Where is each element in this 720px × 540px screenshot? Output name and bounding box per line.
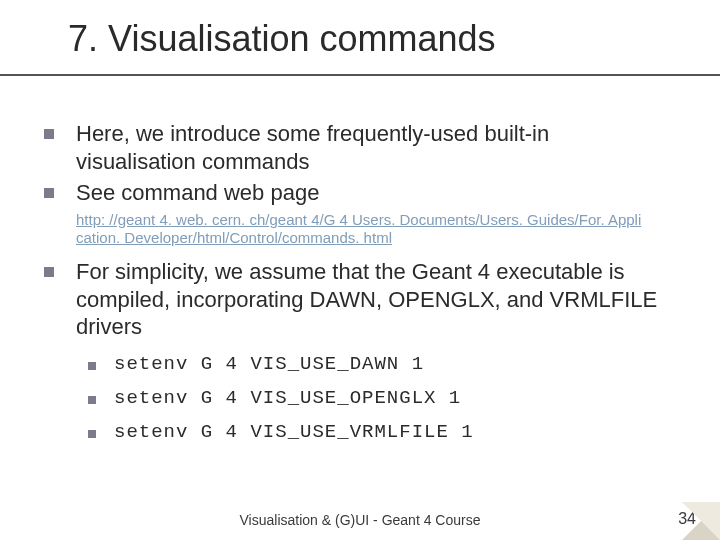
bullet-item: See command web page [44,179,674,207]
bullet-square-icon [88,396,96,404]
bullet-square-icon [88,362,96,370]
bullet-square-icon [88,430,96,438]
sub-bullet-item: setenv G 4 VIS_USE_VRMLFILE 1 [88,421,674,443]
bullet-square-icon [44,129,54,139]
code-line: setenv G 4 VIS_USE_OPENGLX 1 [114,387,461,409]
code-line: setenv G 4 VIS_USE_VRMLFILE 1 [114,421,474,443]
footer-text: Visualisation & (G)UI - Geant 4 Course [0,512,720,528]
bullet-text: Here, we introduce some frequently-used … [76,120,674,175]
bullet-text: For simplicity, we assume that the Geant… [76,258,674,341]
sub-bullet-item: setenv G 4 VIS_USE_OPENGLX 1 [88,387,674,409]
code-line: setenv G 4 VIS_USE_DAWN 1 [114,353,424,375]
bullet-text: See command web page [76,179,319,207]
bullet-item: Here, we introduce some frequently-used … [44,120,674,175]
bullet-square-icon [44,267,54,277]
doc-link-line2[interactable]: cation. Developer/html/Control/commands.… [76,229,392,246]
slide-title: 7. Visualisation commands [68,18,496,60]
sub-bullet-item: setenv G 4 VIS_USE_DAWN 1 [88,353,674,375]
sub-bullet-list: setenv G 4 VIS_USE_DAWN 1 setenv G 4 VIS… [88,353,674,443]
link-block: http: //geant 4. web. cern. ch/geant 4/G… [76,211,674,249]
content-area: Here, we introduce some frequently-used … [44,120,674,455]
bullet-square-icon [44,188,54,198]
slide: 7. Visualisation commands Here, we intro… [0,0,720,540]
doc-link-line1[interactable]: http: //geant 4. web. cern. ch/geant 4/G… [76,211,641,228]
bullet-item: For simplicity, we assume that the Geant… [44,258,674,341]
title-underline [0,74,720,76]
corner-fold-inner-icon [682,502,720,540]
